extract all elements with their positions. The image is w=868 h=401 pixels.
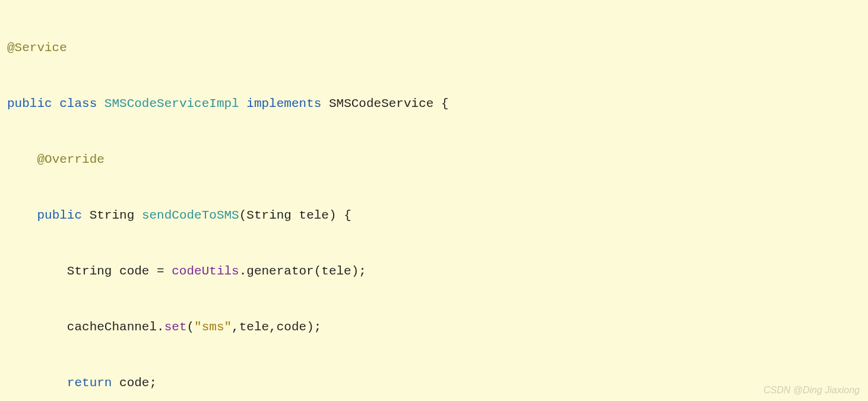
arguments: ,tele,code); bbox=[232, 320, 321, 334]
statement: .generator(tele); bbox=[239, 264, 366, 278]
interface-name: SMSCodeService bbox=[329, 97, 433, 110]
keyword-public: public bbox=[7, 97, 52, 110]
code-line: @Override bbox=[7, 146, 868, 173]
annotation-service: @Service bbox=[7, 41, 67, 55]
method-name: sendCodeToSMS bbox=[142, 209, 239, 222]
annotation-override: @Override bbox=[37, 153, 104, 166]
keyword-class: class bbox=[59, 97, 97, 110]
signature: (String tele) { bbox=[239, 209, 351, 222]
type-string: String bbox=[90, 209, 135, 222]
code-line: cacheChannel.set("sms",tele,code); bbox=[7, 313, 868, 341]
code-line: public String sendCodeToSMS(String tele)… bbox=[7, 201, 868, 229]
code-line: String code = codeUtils.generator(tele); bbox=[7, 257, 868, 285]
dot: . bbox=[157, 320, 164, 334]
brace: { bbox=[433, 97, 448, 110]
identifier-cacheChannel: cacheChannel bbox=[67, 320, 157, 334]
identifier-codeUtils: codeUtils bbox=[172, 264, 239, 278]
method-set: set bbox=[164, 320, 187, 334]
keyword-public: public bbox=[37, 209, 82, 222]
statement: String code = bbox=[67, 264, 172, 278]
keyword-implements: implements bbox=[246, 97, 321, 110]
return-expr: code; bbox=[112, 376, 157, 390]
paren: ( bbox=[186, 320, 194, 334]
watermark: CSDN @Ding Jiaxiong bbox=[764, 386, 860, 395]
code-line: @Service bbox=[7, 34, 868, 62]
keyword-return: return bbox=[67, 376, 112, 390]
code-line: return code; bbox=[7, 369, 868, 397]
code-line: public class SMSCodeServiceImpl implemen… bbox=[7, 90, 868, 118]
code-block: @Service public class SMSCodeServiceImpl… bbox=[0, 0, 868, 401]
class-name: SMSCodeServiceImpl bbox=[104, 97, 239, 110]
string-literal: "sms" bbox=[194, 320, 232, 334]
